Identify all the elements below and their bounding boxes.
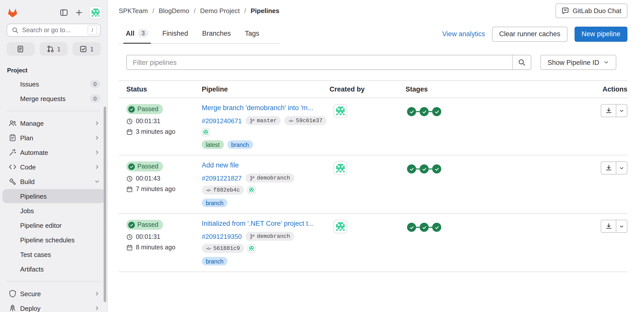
stage-passed-icon[interactable] <box>407 107 416 116</box>
calendar-icon <box>126 186 133 192</box>
stage-passed-icon[interactable] <box>432 107 441 116</box>
breadcrumb-separator: / <box>152 7 154 14</box>
branch-icon <box>249 175 255 181</box>
merge-requests-count: 1 <box>57 46 60 53</box>
pipeline-id-link[interactable]: #2091221827 <box>202 174 242 182</box>
breadcrumb-subgroup[interactable]: BlogDemo <box>159 7 189 14</box>
sidebar-item-test-cases[interactable]: Test cases <box>3 247 105 261</box>
merge-requests-shortcut-button[interactable]: 1 <box>39 42 67 56</box>
clear-runner-caches-button[interactable]: Clear runner caches <box>492 26 567 41</box>
search-icon <box>518 58 526 66</box>
sidebar-item-automate[interactable]: Automate <box>3 145 105 159</box>
sidebar-item-code[interactable]: Code <box>3 160 105 174</box>
branch-ref-chip[interactable]: demobranch <box>245 232 294 241</box>
stage-passed-icon[interactable] <box>420 223 429 232</box>
pipelines-table: Status Pipeline Created by Stages Action… <box>119 80 627 272</box>
show-pipeline-id-dropdown[interactable]: Show Pipeline ID <box>540 55 616 70</box>
column-header-actions: Actions <box>602 85 627 93</box>
tab-all[interactable]: All 3 <box>119 24 155 43</box>
artifacts-dropdown-toggle[interactable] <box>616 162 627 174</box>
stage-passed-icon[interactable] <box>407 223 416 232</box>
sidebar-item-pipelines[interactable]: Pipelines <box>3 189 105 203</box>
sidebar-item-plan[interactable]: Plan <box>3 131 105 145</box>
commit-author-avatar[interactable] <box>248 244 256 252</box>
tab-tags[interactable]: Tags <box>238 24 266 43</box>
sidebar-item-artifacts[interactable]: Artifacts <box>3 262 105 276</box>
tab-finished[interactable]: Finished <box>155 24 195 43</box>
branch-ref-chip[interactable]: master <box>245 116 281 125</box>
plan-icon <box>9 134 17 142</box>
label-branch[interactable]: branch <box>202 199 227 207</box>
stages-cell <box>406 220 587 232</box>
stage-passed-icon[interactable] <box>432 223 441 232</box>
pipeline-title-link[interactable]: Add new file <box>202 161 239 169</box>
duo-chat-icon <box>561 7 569 14</box>
chevron-down-icon <box>619 165 624 171</box>
slash-shortcut-key: / <box>88 25 97 35</box>
pipeline-title-link[interactable]: Merge branch 'demobranch' into 'm... <box>202 104 313 112</box>
download-artifacts-button[interactable] <box>601 105 616 117</box>
duo-chat-button[interactable]: GitLab Duo Chat <box>555 3 627 18</box>
triggerer-avatar[interactable] <box>334 104 347 118</box>
triggerer-avatar[interactable] <box>334 220 347 233</box>
artifacts-dropdown-toggle[interactable] <box>616 105 627 117</box>
download-artifacts-button[interactable] <box>601 220 616 232</box>
sidebar-item-issues[interactable]: Issues 0 <box>3 77 105 91</box>
status-cell: Passed 00:01:31 3 minutes ago <box>126 104 202 135</box>
new-pipeline-button[interactable]: New pipeline <box>574 26 627 41</box>
stage-passed-icon[interactable] <box>420 107 429 116</box>
status-badge[interactable]: Passed <box>126 161 163 171</box>
chevron-down-icon <box>603 59 609 65</box>
label-branch[interactable]: branch <box>227 140 253 149</box>
commit-sha-chip[interactable]: f882eb4c <box>202 186 244 195</box>
sidebar-item-jobs[interactable]: Jobs <box>3 204 105 218</box>
create-new-icon[interactable] <box>73 7 85 18</box>
sidebar-item-pipeline-editor[interactable]: Pipeline editor <box>3 218 105 232</box>
search-input[interactable]: Search or go to... / <box>7 24 101 37</box>
sidebar-item-merge-requests[interactable]: Merge requests 0 <box>3 92 105 106</box>
check-circle-icon <box>128 163 135 170</box>
pipeline-id-link[interactable]: #2091240671 <box>202 117 242 124</box>
main-content: SPKTeam / BlogDemo / Demo Project / Pipe… <box>108 0 644 312</box>
commit-sha-chip[interactable]: 59c61e37 <box>284 116 327 125</box>
commit-sha-chip[interactable]: 561881c9 <box>202 244 244 253</box>
stage-passed-icon[interactable] <box>407 164 416 173</box>
calendar-icon <box>126 128 133 135</box>
tab-branches[interactable]: Branches <box>195 24 238 43</box>
view-analytics-link[interactable]: View analytics <box>442 30 485 38</box>
breadcrumb-group[interactable]: SPKTeam <box>119 7 148 14</box>
pipeline-age: 7 minutes ago <box>126 186 202 193</box>
label-latest[interactable]: latest <box>202 140 224 149</box>
filter-pipelines-input[interactable] <box>127 55 512 69</box>
commit-author-avatar[interactable] <box>248 186 256 194</box>
sidebar-scrollbar[interactable] <box>104 107 106 302</box>
sidebar-item-pipeline-schedules[interactable]: Pipeline schedules <box>3 233 105 247</box>
artifacts-dropdown-toggle[interactable] <box>616 220 627 232</box>
column-header-created-by: Created by <box>330 85 406 93</box>
label-branch[interactable]: branch <box>202 257 227 265</box>
issues-shortcut-button[interactable] <box>7 42 34 56</box>
issues-icon <box>17 45 24 53</box>
sidebar-item-secure[interactable]: Secure <box>3 287 105 301</box>
gitlab-logo[interactable] <box>7 7 19 19</box>
stage-passed-icon[interactable] <box>432 164 441 173</box>
sidebar-item-deploy[interactable]: Deploy <box>3 301 105 312</box>
commit-author-avatar[interactable] <box>202 128 210 136</box>
status-badge[interactable]: Passed <box>126 104 163 114</box>
download-artifacts-button[interactable] <box>601 162 616 174</box>
pipeline-title-link[interactable]: Initialized from '.NET Core' project t..… <box>202 220 314 227</box>
breadcrumb-project[interactable]: Demo Project <box>200 7 240 14</box>
todos-shortcut-button[interactable]: 1 <box>73 42 101 56</box>
sidebar-item-build[interactable]: Build <box>3 174 105 189</box>
pipeline-id-link[interactable]: #2091219350 <box>202 233 242 240</box>
sidebar-item-manage[interactable]: Manage <box>3 116 105 130</box>
branch-ref-chip[interactable]: demobranch <box>245 173 294 183</box>
filter-search-button[interactable] <box>512 55 531 69</box>
triggerer-avatar[interactable] <box>334 161 347 175</box>
collapse-sidebar-icon[interactable] <box>58 7 69 18</box>
chevron-down-icon <box>619 108 624 113</box>
stage-passed-icon[interactable] <box>420 164 429 173</box>
sidebar-divider <box>7 111 101 111</box>
project-avatar[interactable] <box>89 6 102 19</box>
status-badge[interactable]: Passed <box>126 220 163 230</box>
